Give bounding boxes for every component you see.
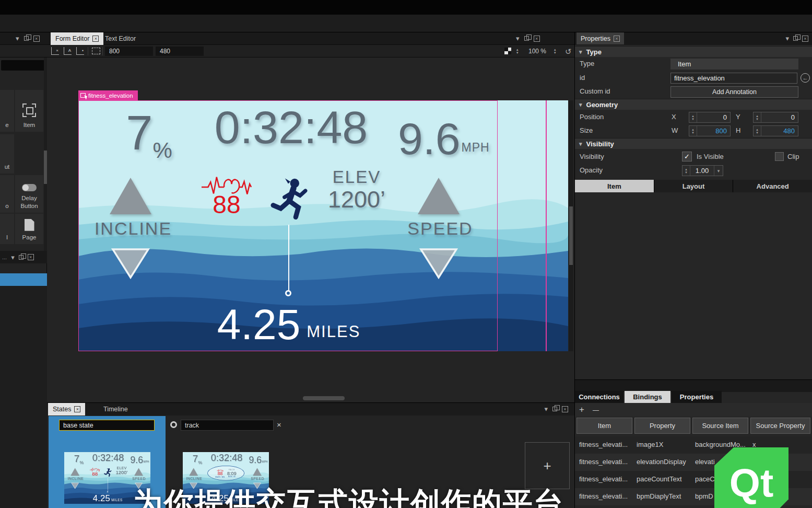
- id-input[interactable]: fitness_elevation: [670, 73, 797, 84]
- section-geometry[interactable]: Geometry: [575, 99, 812, 110]
- float-panel-icon[interactable]: [552, 407, 557, 411]
- add-binding-icon[interactable]: [579, 405, 584, 415]
- column-header-item: Item: [576, 418, 632, 434]
- stepper-icon[interactable]: [689, 126, 697, 136]
- width-spinbox[interactable]: 800: [689, 125, 731, 136]
- x-spinbox[interactable]: 0: [689, 112, 731, 123]
- tab-properties-panel[interactable]: Properties: [576, 32, 624, 44]
- remove-binding-icon[interactable]: [593, 405, 599, 414]
- opacity-spinbox[interactable]: 1.00: [682, 165, 723, 176]
- right-panel: Properties Type Type Item id fitness_ele…: [574, 32, 812, 508]
- form-zoom-level[interactable]: 100 %: [528, 48, 546, 55]
- stepper-icon[interactable]: [754, 112, 761, 122]
- library-item-delay-button[interactable]: Delay Button: [15, 175, 43, 213]
- chevron-down-icon[interactable]: [714, 166, 723, 176]
- chevron-down-icon[interactable]: [11, 254, 15, 261]
- incline-up-arrow[interactable]: [189, 468, 198, 476]
- close-panel-icon[interactable]: [28, 254, 34, 260]
- tab-connection-properties[interactable]: Properties: [672, 391, 722, 403]
- distance-marker: [107, 491, 108, 492]
- reset-zoom-icon[interactable]: [565, 48, 572, 55]
- close-panel-icon[interactable]: [33, 36, 40, 42]
- float-panel-icon[interactable]: [19, 255, 23, 260]
- add-state-button[interactable]: [525, 442, 570, 489]
- library-search-input[interactable]: [1, 60, 45, 71]
- navigator-selected-row[interactable]: [0, 273, 47, 286]
- base-state-name-field[interactable]: base state: [59, 420, 155, 431]
- library-item-item[interactable]: Item: [15, 90, 43, 132]
- tab-states[interactable]: States: [48, 403, 85, 415]
- speed-up-arrow[interactable]: [253, 468, 262, 476]
- float-panel-icon[interactable]: [24, 36, 29, 41]
- canvas-width-field[interactable]: 800: [105, 47, 153, 56]
- float-panel-icon[interactable]: [793, 36, 798, 41]
- export-x-icon[interactable]: ×: [51, 47, 59, 55]
- library-item-partial[interactable]: e: [0, 90, 14, 132]
- canvas-horizontal-scrollbar[interactable]: [303, 396, 345, 400]
- chevron-down-icon[interactable]: [785, 35, 789, 42]
- library-item-partial[interactable]: ut: [0, 134, 14, 174]
- collapse-icon: [579, 49, 582, 55]
- close-panel-icon[interactable]: [534, 36, 540, 42]
- type-value[interactable]: Item: [670, 59, 798, 70]
- height-spinbox[interactable]: 480: [753, 125, 798, 136]
- close-tab-icon[interactable]: [74, 406, 80, 412]
- position-row: Position X 0 Y 0: [575, 111, 812, 124]
- add-annotation-button[interactable]: Add Annotation: [670, 86, 798, 98]
- incline-up-arrow[interactable]: [70, 468, 79, 476]
- delay-button-icon: [22, 184, 37, 191]
- library-item-partial[interactable]: l: [0, 214, 14, 244]
- stepper-icon[interactable]: [689, 112, 697, 122]
- clip-checkbox[interactable]: [775, 152, 784, 161]
- close-tab-icon[interactable]: [92, 36, 99, 42]
- tab-item[interactable]: Item: [575, 180, 654, 192]
- section-visibility[interactable]: Visibility: [575, 138, 812, 149]
- gear-icon[interactable]: [170, 421, 177, 428]
- tab-connections[interactable]: Connections: [575, 391, 623, 403]
- chevron-down-icon[interactable]: [516, 35, 520, 42]
- revert-icon[interactable]: [801, 73, 810, 83]
- stepper-icon[interactable]: [682, 166, 690, 176]
- tab-text-editor[interactable]: Text Editor: [100, 32, 140, 45]
- pace-unit: MINS / MI: [228, 476, 236, 478]
- stepper-icon[interactable]: [554, 48, 556, 54]
- track-state-name-field[interactable]: track: [181, 420, 274, 431]
- selection-tag[interactable]: fitness_elevation: [78, 90, 138, 100]
- tab-bindings[interactable]: Bindings: [625, 391, 670, 403]
- bindings-toolbar: [575, 403, 812, 417]
- selection-guide-line: [546, 100, 547, 351]
- library-item-page[interactable]: Page: [15, 214, 43, 244]
- library-item-label: e: [5, 121, 8, 129]
- close-panel-icon[interactable]: [802, 36, 808, 42]
- library-item-partial[interactable]: o: [0, 175, 14, 213]
- canvas-height-field[interactable]: 480: [156, 47, 204, 56]
- export-alias-icon[interactable]: A: [64, 47, 72, 55]
- export-item-icon[interactable]: ▪: [76, 47, 84, 55]
- tab-layout[interactable]: Layout: [654, 180, 734, 192]
- tab-form-editor[interactable]: Form Editor: [51, 32, 103, 45]
- y-spinbox[interactable]: 0: [753, 112, 798, 123]
- stepper-icon[interactable]: [754, 126, 761, 136]
- chevron-down-icon[interactable]: [544, 406, 548, 412]
- collapse-icon: [579, 141, 582, 147]
- canvas-vertical-scrollbar[interactable]: [569, 100, 573, 351]
- float-panel-icon[interactable]: [524, 36, 529, 41]
- delete-state-icon[interactable]: [277, 420, 281, 429]
- tab-timeline[interactable]: Timeline: [99, 403, 133, 415]
- background-checker-icon[interactable]: [504, 48, 511, 54]
- close-tab-icon[interactable]: [614, 36, 620, 42]
- chevron-down-icon[interactable]: [16, 35, 19, 42]
- main-toolbar: 100 % Default Default Essentials Screen0…: [0, 15, 812, 32]
- incline-down-arrow[interactable]: [71, 482, 79, 489]
- tab-advanced[interactable]: Advanced: [733, 180, 812, 192]
- close-panel-icon[interactable]: [562, 406, 568, 412]
- properties-panel-header: Properties: [575, 32, 812, 45]
- stepper-icon[interactable]: [516, 48, 519, 54]
- canvas-frame-icon[interactable]: [92, 48, 100, 54]
- speed-up-arrow[interactable]: [134, 468, 143, 476]
- is-visible-checkbox[interactable]: [682, 152, 692, 161]
- field-label: Type: [580, 60, 594, 67]
- height-value: 480: [761, 126, 798, 136]
- y-label: Y: [736, 113, 740, 121]
- section-type[interactable]: Type: [575, 46, 812, 57]
